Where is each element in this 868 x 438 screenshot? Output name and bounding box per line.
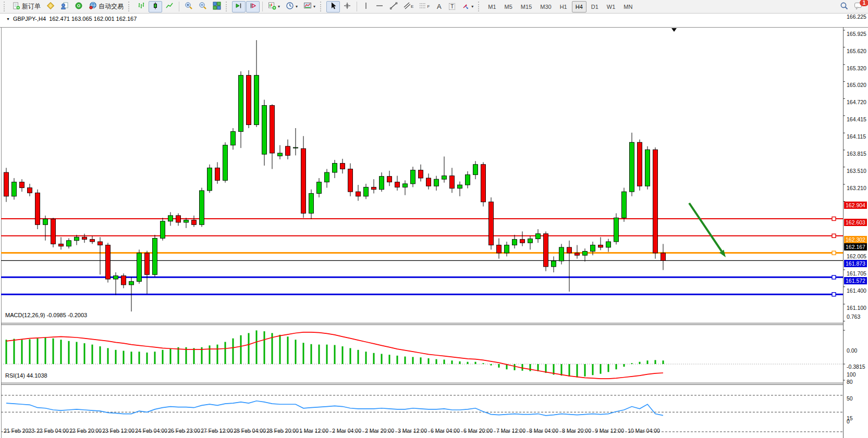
- cursor-icon: [329, 2, 337, 11]
- chart-shift-icon: [249, 2, 257, 11]
- toolbar: 新订单 自动交易: [0, 0, 868, 14]
- cursor-button[interactable]: [326, 1, 340, 12]
- signal-icon: [75, 2, 83, 11]
- timeframe-h1[interactable]: H1: [556, 1, 571, 12]
- rsi-line: [6, 401, 663, 416]
- clock-icon: [286, 2, 294, 11]
- tile-windows-icon: [213, 2, 221, 11]
- candlestick-chart-icon: [151, 2, 160, 11]
- tile-windows-button[interactable]: [210, 1, 224, 12]
- toolbar-separator: [357, 2, 357, 11]
- text-tool-button[interactable]: A: [433, 1, 445, 12]
- candlestick-chart-button[interactable]: [149, 1, 162, 12]
- toolbar-drag-handle[interactable]: [128, 2, 131, 11]
- new-order-label: 新订单: [22, 2, 41, 11]
- profiles-button[interactable]: [58, 1, 71, 12]
- toolbar-drag-handle[interactable]: [320, 2, 323, 11]
- chevron-down-icon: ▾: [296, 5, 298, 9]
- auto-trading-label: 自动交易: [99, 2, 124, 11]
- templates-button[interactable]: ▾: [301, 1, 318, 12]
- profiles-icon: [60, 2, 69, 11]
- trading-terminal: 新订单 自动交易: [0, 0, 868, 438]
- timeframe-h4[interactable]: H4: [572, 1, 586, 12]
- line-handle[interactable]: [832, 293, 836, 296]
- zoom-in-button[interactable]: [182, 1, 195, 12]
- horizontal-line-tool-button[interactable]: [373, 1, 386, 12]
- arrows-tool-button[interactable]: ▾: [459, 1, 476, 12]
- chevron-down-icon: ▾: [471, 5, 473, 9]
- zoom-out-button[interactable]: [196, 1, 210, 12]
- chart-canvas[interactable]: [0, 14, 868, 438]
- search-icon: [840, 2, 849, 12]
- channel-tool-button[interactable]: E: [401, 1, 416, 12]
- macd-histogram: [6, 330, 663, 377]
- market-watch-button[interactable]: [44, 1, 57, 12]
- zoom-out-icon: [199, 2, 207, 11]
- line-handle[interactable]: [832, 234, 836, 237]
- fibonacci-tool-letter: F: [427, 4, 430, 9]
- auto-scroll-button[interactable]: [232, 1, 246, 12]
- toolbar-separator: [179, 2, 179, 11]
- fibonacci-tool-button[interactable]: F: [417, 1, 432, 12]
- auto-trading-icon: [89, 2, 97, 11]
- trendline-icon: [389, 2, 398, 11]
- timeframe-m15[interactable]: M15: [517, 1, 535, 12]
- new-chart-icon: [268, 2, 276, 11]
- timeframe-bar: M1M5M15M30H1H4D1W1MN: [484, 1, 636, 12]
- line-handle[interactable]: [832, 217, 836, 220]
- templates-icon: [303, 2, 312, 11]
- line-handle[interactable]: [832, 276, 836, 279]
- periods-button[interactable]: ▾: [283, 1, 300, 12]
- trendline-tool-button[interactable]: [387, 1, 400, 12]
- horizontal-line-icon: [375, 2, 384, 11]
- chevron-down-icon: ▾: [313, 5, 315, 9]
- new-chart-button[interactable]: ▾: [265, 1, 283, 12]
- channel-tool-letter: E: [411, 4, 413, 9]
- text-tool-icon: A: [437, 3, 442, 10]
- text-label-tool-button[interactable]: T: [446, 1, 458, 12]
- toolbar-separator: [262, 2, 263, 11]
- annotation-arrow[interactable]: [689, 203, 722, 251]
- vertical-line-tool-button[interactable]: [360, 1, 372, 12]
- auto-scroll-icon: [235, 2, 243, 11]
- chart-shift-marker[interactable]: [671, 28, 677, 32]
- chevron-down-icon: ▾: [278, 5, 280, 9]
- line-chart-icon: [165, 2, 174, 11]
- toolbar-drag-handle[interactable]: [478, 2, 481, 11]
- timeframe-d1[interactable]: D1: [588, 1, 602, 12]
- crosshair-icon: [343, 2, 351, 11]
- market-watch-icon: [46, 2, 55, 11]
- candlesticks: [4, 40, 666, 311]
- line-chart-button[interactable]: [163, 1, 176, 12]
- timeframe-w1[interactable]: W1: [603, 1, 619, 12]
- timeframe-m5[interactable]: M5: [501, 1, 516, 12]
- new-order-button[interactable]: 新订单: [10, 1, 43, 12]
- text-label-tool-icon: T: [449, 3, 455, 10]
- bar-chart-icon: [137, 2, 145, 11]
- fibonacci-icon: [419, 2, 426, 11]
- search-button[interactable]: [837, 1, 851, 12]
- toolbar-drag-handle[interactable]: [226, 2, 229, 11]
- timeframe-m1[interactable]: M1: [484, 1, 499, 12]
- timeframe-m30[interactable]: M30: [536, 1, 555, 12]
- toolbar-drag-handle[interactable]: [4, 2, 7, 11]
- notification-badge: 1: [860, 0, 868, 6]
- channel-icon: [404, 2, 410, 11]
- chart-shift-button[interactable]: [246, 1, 260, 12]
- new-order-icon: [13, 2, 20, 11]
- arrows-tool-icon: [461, 2, 470, 11]
- bar-chart-button[interactable]: [135, 1, 148, 12]
- horizontal-price-lines[interactable]: [1, 217, 843, 296]
- crosshair-button[interactable]: [340, 1, 354, 12]
- vertical-line-icon: [362, 2, 370, 11]
- chart-window: [0, 14, 868, 438]
- chat-button[interactable]: 1: [851, 1, 866, 12]
- timeframe-mn[interactable]: MN: [620, 1, 636, 12]
- auto-trading-button[interactable]: 自动交易: [86, 1, 126, 12]
- line-handle[interactable]: [832, 251, 836, 255]
- signal-button[interactable]: [72, 1, 85, 12]
- zoom-in-icon: [185, 2, 193, 11]
